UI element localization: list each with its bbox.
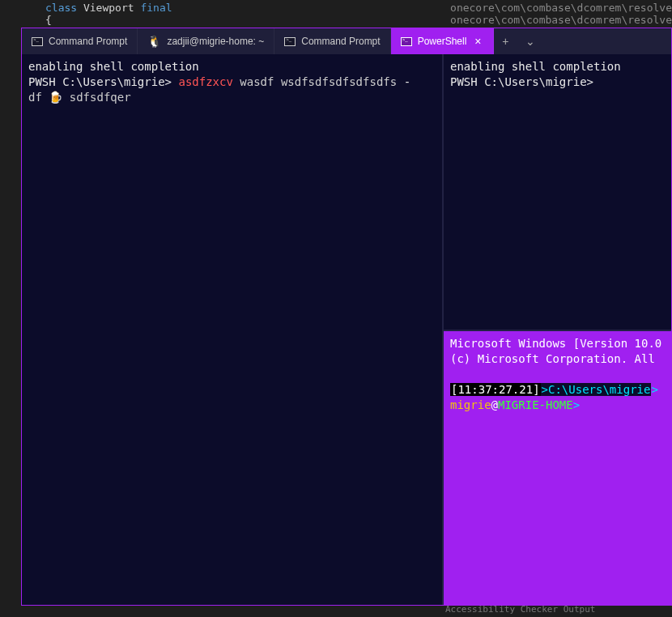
tux-icon: 🐧	[147, 35, 161, 48]
command-invalid: asdfzxcv	[178, 75, 232, 88]
command-rest: sdfsdfqer	[70, 91, 131, 104]
prompt-text: PWSH C:\Users\migrie>	[450, 75, 593, 88]
class-name: Viewport	[83, 2, 134, 14]
prompt-path: C:\Users\migrie	[548, 383, 650, 396]
terminal-pane-right-bottom[interactable]: Microsoft Windows [Version 10.0 (c) Micr…	[444, 330, 671, 605]
tab-command-prompt-2[interactable]: Command Prompt	[274, 28, 390, 54]
prompt-text: PWSH C:\Users\migrie>	[28, 75, 172, 88]
tab-label: Command Prompt	[301, 36, 380, 47]
tab-label: zadjii@migrie-home: ~	[167, 36, 264, 47]
tab-label: Command Prompt	[49, 36, 127, 47]
tab-label: PowerShell	[418, 36, 467, 47]
prompt-gt: >	[573, 398, 580, 411]
output-line: (c) Microsoft Corporation. All	[450, 352, 655, 365]
new-tab-button[interactable]: +	[494, 35, 517, 48]
prompt-arrow: >	[542, 383, 548, 396]
tab-controls: + ⌄	[494, 28, 542, 54]
close-tab-button[interactable]: ×	[472, 36, 483, 47]
prompt-end: >	[651, 383, 657, 396]
cmd-icon	[401, 37, 412, 46]
tab-wsl[interactable]: 🐧 zadjii@migrie-home: ~	[138, 28, 274, 54]
tab-dropdown-button[interactable]: ⌄	[517, 35, 543, 48]
output-line: Microsoft Windows [Version 10.0	[450, 337, 661, 350]
terminal-pane-right-top[interactable]: enabling shell completion PWSH C:\Users\…	[444, 54, 671, 330]
terminal-pane-left[interactable]: enabling shell completion PWSH C:\Users\…	[22, 54, 442, 605]
brace-open: {	[45, 14, 52, 26]
editor-gutter	[0, 0, 16, 617]
terminal-window: Command Prompt 🐧 zadjii@migrie-home: ~ C…	[21, 28, 672, 606]
keyword-class: class	[45, 2, 77, 14]
command-cont: df	[28, 91, 42, 104]
keyword-final: final	[140, 2, 172, 14]
output-line: onecore\com\combase\dcomrem\resolve	[450, 2, 672, 14]
editor-code: class Viewport final {	[45, 2, 172, 26]
command-arg: wasdf wsdfsdfsdfsdfsdfs	[240, 75, 397, 88]
pane-right-column: enabling shell completion PWSH C:\Users\…	[442, 54, 671, 605]
tab-bar: Command Prompt 🐧 zadjii@migrie-home: ~ C…	[22, 28, 671, 54]
output-line: enabling shell completion	[28, 60, 199, 73]
prompt-host: MIGRIE-HOME	[498, 398, 573, 411]
pane-area: enabling shell completion PWSH C:\Users\…	[22, 54, 671, 605]
cmd-icon	[284, 37, 296, 46]
prompt-time: [11:37:27.21]	[450, 383, 541, 396]
prompt-at: @	[491, 398, 498, 411]
tab-command-prompt-1[interactable]: Command Prompt	[22, 28, 138, 54]
cmd-icon	[32, 37, 43, 46]
beer-icon: 🍺	[49, 91, 62, 104]
tab-powershell[interactable]: PowerShell ×	[391, 28, 495, 54]
editor-right-output: onecore\com\combase\dcomrem\resolve onec…	[450, 2, 672, 26]
prompt-user: migrie	[450, 398, 491, 411]
editor-status-bar: Accessibility Checker Output	[0, 604, 672, 617]
prompt-path-segment: >C:\Users\migrie	[541, 383, 652, 396]
output-line: enabling shell completion	[450, 60, 621, 73]
output-line: onecore\com\combase\dcomrem\resolve	[450, 14, 672, 26]
command-dash: -	[404, 75, 410, 88]
